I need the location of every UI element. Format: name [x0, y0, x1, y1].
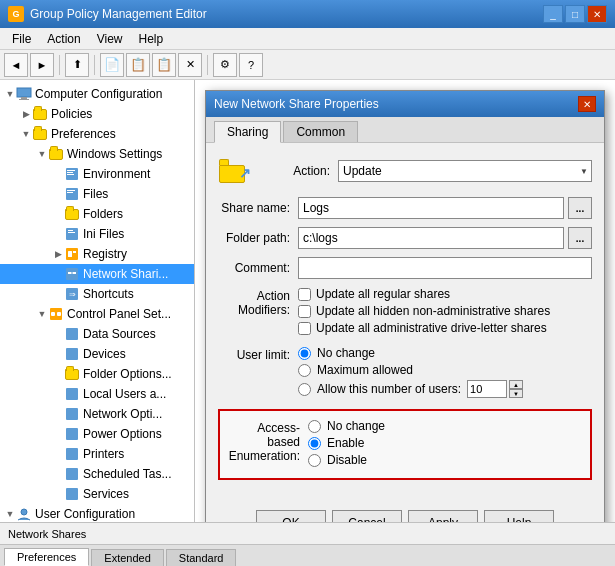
- tree-item-registry[interactable]: ▶ Registry: [0, 244, 194, 264]
- expand-icon[interactable]: [52, 368, 64, 380]
- copy-button[interactable]: 📋: [126, 53, 150, 77]
- expand-icon[interactable]: [52, 208, 64, 220]
- delete-button[interactable]: ✕: [178, 53, 202, 77]
- tree-item-control-panel[interactable]: ▼ Control Panel Set...: [0, 304, 194, 324]
- apply-button[interactable]: Apply: [408, 510, 478, 522]
- expand-icon[interactable]: ▼: [20, 128, 32, 140]
- expand-icon[interactable]: [52, 288, 64, 300]
- expand-icon[interactable]: ▼: [4, 508, 16, 520]
- user-limit-radio-2[interactable]: [298, 364, 311, 377]
- svg-rect-28: [66, 408, 78, 420]
- expand-icon[interactable]: [52, 228, 64, 240]
- folder-path-browse-button[interactable]: ...: [568, 227, 592, 249]
- expand-icon[interactable]: ▼: [4, 88, 16, 100]
- paste-button[interactable]: 📋: [152, 53, 176, 77]
- new-button[interactable]: 📄: [100, 53, 124, 77]
- menu-file[interactable]: File: [4, 30, 39, 48]
- close-button[interactable]: ✕: [587, 5, 607, 23]
- expand-icon[interactable]: [52, 448, 64, 460]
- abe-radio-3[interactable]: [308, 454, 321, 467]
- tree-item-power-options[interactable]: Power Options: [0, 424, 194, 444]
- modifier-checkbox-2[interactable]: [298, 305, 311, 318]
- tree-item-data-sources[interactable]: Data Sources: [0, 324, 194, 344]
- tree-item-preferences[interactable]: ▼ Preferences: [0, 124, 194, 144]
- back-button[interactable]: ◄: [4, 53, 28, 77]
- user-limit-radio-3[interactable]: [298, 383, 311, 396]
- cancel-button[interactable]: Cancel: [332, 510, 402, 522]
- svg-rect-2: [19, 99, 29, 100]
- abe-radio-1[interactable]: [308, 420, 321, 433]
- action-select[interactable]: Update Create Delete Replace: [338, 160, 592, 182]
- menu-action[interactable]: Action: [39, 30, 88, 48]
- tree-item-printers[interactable]: Printers: [0, 444, 194, 464]
- tree-item-computer-config[interactable]: ▼ Computer Configuration: [0, 84, 194, 104]
- folder-path-input[interactable]: [298, 227, 564, 249]
- abe-label: Access-basedEnumeration:: [228, 419, 308, 470]
- abe-radio-2[interactable]: [308, 437, 321, 450]
- bottom-tab-standard[interactable]: Standard: [166, 549, 237, 566]
- action-form-row: Action: Update Create Delete Replace: [258, 160, 592, 182]
- up-button[interactable]: ⬆: [65, 53, 89, 77]
- help-toolbar-button[interactable]: ?: [239, 53, 263, 77]
- modifier-checkbox-1[interactable]: [298, 288, 311, 301]
- expand-icon[interactable]: ▶: [20, 108, 32, 120]
- tree-item-network-opts[interactable]: Network Opti...: [0, 404, 194, 424]
- svg-rect-4: [67, 170, 75, 171]
- modifier-checkbox-3[interactable]: [298, 322, 311, 335]
- spinner-up-button[interactable]: ▲: [509, 380, 523, 389]
- bottom-tab-preferences[interactable]: Preferences: [4, 548, 89, 566]
- expand-icon[interactable]: ▼: [36, 148, 48, 160]
- tree-item-ini-files[interactable]: Ini Files: [0, 224, 194, 244]
- share-name-input[interactable]: [298, 197, 564, 219]
- forward-button[interactable]: ►: [30, 53, 54, 77]
- tree-item-local-users[interactable]: Local Users a...: [0, 384, 194, 404]
- tree-item-shortcuts[interactable]: ⇒ Shortcuts: [0, 284, 194, 304]
- user-limit-label: User limit:: [218, 346, 298, 401]
- tree-item-devices[interactable]: Devices: [0, 344, 194, 364]
- tree-item-user-config[interactable]: ▼ User Configuration: [0, 504, 194, 522]
- modifier-label-1: Update all regular shares: [316, 287, 450, 301]
- modifiers-row: ActionModifiers: Update all regular shar…: [218, 287, 592, 338]
- ini-icon: [64, 226, 80, 242]
- user-limit-radio-1[interactable]: [298, 347, 311, 360]
- share-name-browse-button[interactable]: ...: [568, 197, 592, 219]
- expand-icon[interactable]: [52, 408, 64, 420]
- expand-icon[interactable]: [52, 488, 64, 500]
- expand-icon[interactable]: [52, 428, 64, 440]
- menu-help[interactable]: Help: [131, 30, 172, 48]
- svg-rect-24: [57, 312, 61, 316]
- expand-icon[interactable]: ▶: [52, 248, 64, 260]
- expand-icon[interactable]: [52, 188, 64, 200]
- expand-icon[interactable]: [52, 268, 64, 280]
- comment-input[interactable]: [298, 257, 592, 279]
- ok-button[interactable]: OK: [256, 510, 326, 522]
- maximize-button[interactable]: □: [565, 5, 585, 23]
- expand-icon[interactable]: [52, 388, 64, 400]
- tab-common[interactable]: Common: [283, 121, 358, 142]
- tree-item-services[interactable]: Services: [0, 484, 194, 504]
- status-bar: Network Shares: [0, 522, 615, 544]
- expand-icon[interactable]: [52, 348, 64, 360]
- tab-sharing[interactable]: Sharing: [214, 121, 281, 143]
- minimize-button[interactable]: _: [543, 5, 563, 23]
- user-limit-number-input[interactable]: [467, 380, 507, 398]
- spinner-down-button[interactable]: ▼: [509, 389, 523, 398]
- menu-view[interactable]: View: [89, 30, 131, 48]
- dialog-close-button[interactable]: ✕: [578, 96, 596, 112]
- expand-icon[interactable]: [52, 468, 64, 480]
- expand-icon[interactable]: [52, 168, 64, 180]
- tree-item-folders[interactable]: Folders: [0, 204, 194, 224]
- properties-button[interactable]: ⚙: [213, 53, 237, 77]
- tree-label-control-panel: Control Panel Set...: [67, 307, 171, 321]
- tree-item-policies-1[interactable]: ▶ Policies: [0, 104, 194, 124]
- bottom-tab-extended[interactable]: Extended: [91, 549, 163, 566]
- expand-icon[interactable]: ▼: [36, 308, 48, 320]
- tree-item-scheduled-tasks[interactable]: Scheduled Tas...: [0, 464, 194, 484]
- tree-item-network-shares[interactable]: Network Shari...: [0, 264, 194, 284]
- help-button[interactable]: Help: [484, 510, 554, 522]
- tree-item-files[interactable]: Files: [0, 184, 194, 204]
- tree-item-environment[interactable]: Environment: [0, 164, 194, 184]
- expand-icon[interactable]: [52, 328, 64, 340]
- tree-item-folder-options[interactable]: Folder Options...: [0, 364, 194, 384]
- tree-item-windows-settings[interactable]: ▼ Windows Settings: [0, 144, 194, 164]
